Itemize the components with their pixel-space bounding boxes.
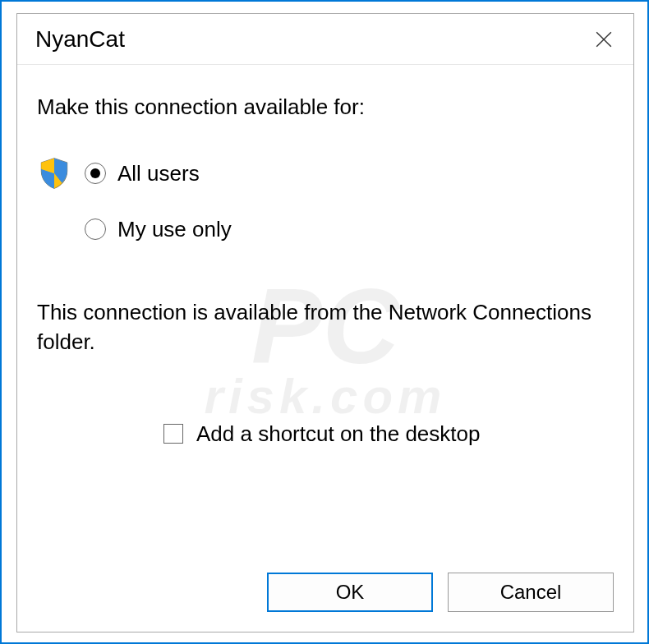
checkbox-shortcut[interactable]	[163, 424, 183, 444]
radio-row-all-users: All users	[37, 156, 614, 191]
checkbox-row: Add a shortcut on the desktop	[163, 421, 614, 447]
cancel-button[interactable]: Cancel	[448, 573, 614, 612]
shield-icon	[37, 156, 71, 191]
radio-row-my-use-only: My use only	[37, 212, 614, 246]
instruction-text: Make this connection available for:	[37, 94, 614, 120]
button-row: OK Cancel	[267, 573, 614, 612]
titlebar: NyanCat	[17, 14, 633, 65]
dialog: NyanCat PC risk.com Make this connection…	[16, 13, 634, 632]
radio-label-all-users[interactable]: All users	[117, 161, 200, 186]
watermark-sub: risk.com	[205, 375, 447, 419]
radio-all-users[interactable]	[85, 163, 106, 184]
window-frame: NyanCat PC risk.com Make this connection…	[0, 0, 649, 644]
dialog-content: PC risk.com Make this connection availab…	[17, 65, 633, 632]
radio-my-use-only[interactable]	[85, 218, 106, 240]
radio-label-my-use-only[interactable]: My use only	[117, 217, 232, 242]
dialog-title: NyanCat	[35, 26, 125, 53]
spacer	[37, 212, 71, 246]
checkbox-label[interactable]: Add a shortcut on the desktop	[196, 421, 480, 447]
description-text: This connection is available from the Ne…	[37, 297, 614, 357]
close-icon	[595, 30, 613, 48]
close-button[interactable]	[586, 21, 622, 58]
ok-button[interactable]: OK	[267, 573, 433, 612]
